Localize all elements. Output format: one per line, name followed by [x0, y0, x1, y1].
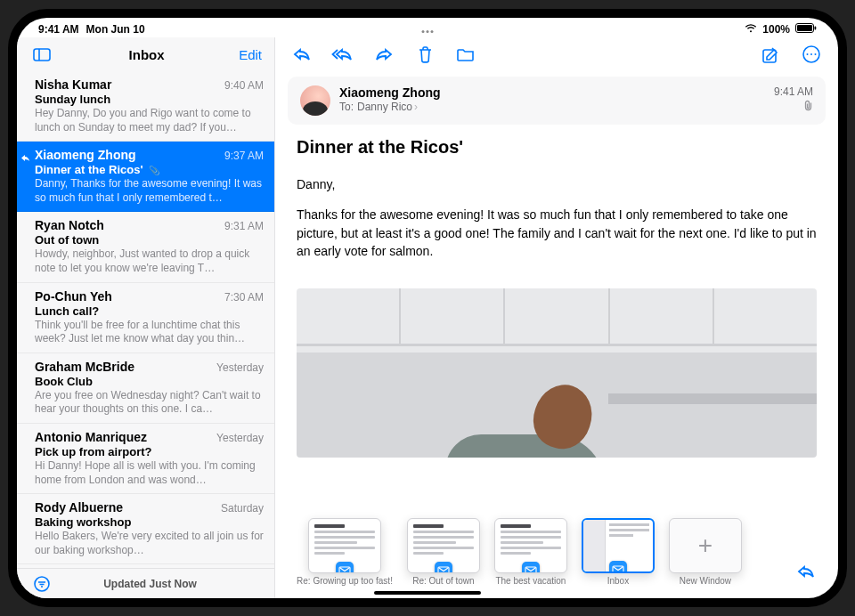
message-sender: Antonio Manriquez — [35, 430, 147, 444]
message-subject: Sunday lunch — [35, 93, 264, 106]
mail-app-icon — [336, 562, 354, 573]
message-subject: Book Club — [35, 375, 264, 388]
from-name[interactable]: Xiaomeng Zhong — [339, 85, 441, 100]
message-list-item[interactable]: Nisha Kumar 9:40 AM Sunday lunch Hey Dan… — [17, 71, 274, 142]
message-body: Dinner at the Ricos' Danny, Thanks for t… — [275, 125, 838, 285]
toggle-sidebar-button[interactable] — [29, 42, 54, 67]
delete-button[interactable] — [412, 42, 437, 67]
forward-button[interactable] — [371, 42, 396, 67]
message-subject: Pick up from airport? — [35, 445, 264, 458]
svg-point-11 — [807, 53, 809, 55]
message-time: 9:40 AM — [224, 79, 264, 92]
reply-button[interactable] — [289, 42, 314, 67]
message-time: Yesterday — [216, 432, 264, 444]
message-text: Thanks for the awesome evening! It was s… — [297, 206, 817, 260]
message-preview: Danny, Thanks for the awesome evening! I… — [35, 177, 264, 205]
message-list-item[interactable]: Ryan Notch 9:31 AM Out of town Howdy, ne… — [17, 212, 274, 282]
svg-rect-1 — [797, 25, 812, 31]
message-preview: Hi Danny! Hope all is well with you. I'm… — [35, 459, 264, 487]
mail-toolbar — [275, 37, 838, 71]
message-greeting: Danny, — [297, 175, 817, 193]
window-label: Re: Out of town — [412, 576, 474, 586]
message-header: Xiaomeng Zhong To: Danny Rico › 9:41 AM — [288, 77, 826, 125]
window-thumbnail[interactable]: The best vacation — [494, 518, 567, 586]
quick-reply-button[interactable] — [794, 559, 818, 584]
chevron-right-icon: › — [414, 101, 418, 113]
message-list-item[interactable]: Xiaomeng Zhong 9:37 AM Dinner at the Ric… — [17, 142, 274, 212]
multitasking-dots-icon[interactable] — [422, 30, 434, 33]
reply-all-button[interactable] — [330, 42, 355, 67]
message-sender: Nisha Kumar — [35, 77, 111, 92]
message-time: 9:41 AM — [774, 85, 813, 98]
window-thumbnail[interactable]: Re: Growing up too fast! — [297, 518, 393, 586]
replied-icon — [20, 150, 30, 166]
message-subject: Dinner at the Ricos' 📎 — [35, 163, 264, 176]
new-window-label: New Window — [680, 576, 731, 586]
move-button[interactable] — [453, 42, 478, 67]
message-sender: Xiaomeng Zhong — [35, 148, 136, 162]
message-subject: Out of town — [35, 233, 264, 247]
plus-icon: + — [698, 531, 712, 560]
more-button[interactable] — [799, 42, 824, 67]
wifi-icon — [745, 23, 757, 36]
attached-photo[interactable] — [297, 288, 817, 458]
svg-rect-3 — [34, 49, 50, 61]
window-label: Inbox — [607, 576, 629, 586]
message-subject: Dinner at the Ricos' — [297, 137, 817, 158]
message-preview: Are you free on Wednesday night? Can't w… — [35, 389, 264, 417]
to-field[interactable]: To: Danny Rico › — [339, 101, 441, 113]
battery-icon — [795, 23, 817, 36]
mailbox-title: Inbox — [54, 47, 239, 62]
new-window-button[interactable]: +New Window — [669, 518, 742, 586]
mail-app-icon — [435, 562, 452, 573]
svg-point-13 — [815, 53, 817, 55]
window-thumbnail[interactable]: Inbox — [582, 518, 655, 586]
window-thumbnail[interactable]: Re: Out of town — [407, 518, 480, 586]
message-list-item[interactable]: Antonio Manriquez Yesterday Pick up from… — [17, 424, 274, 494]
attachment-icon: 📎 — [147, 166, 160, 175]
window-label: The best vacation — [495, 576, 566, 586]
status-bar: 9:41 AM Mon Jun 10 100% — [17, 18, 838, 37]
home-indicator[interactable] — [374, 591, 481, 595]
app-expose-shelf: Re: Growing up too fast!Re: Out of townT… — [17, 497, 838, 586]
message-preview: Howdy, neighbor, Just wanted to drop a q… — [35, 247, 264, 275]
message-preview: Hey Danny, Do you and Rigo want to come … — [35, 107, 264, 134]
mail-app-icon — [522, 562, 540, 573]
status-date: Mon Jun 10 — [86, 23, 145, 36]
battery-text: 100% — [762, 23, 790, 36]
message-preview: Think you'll be free for a lunchtime cha… — [35, 319, 264, 346]
message-sender: Ryan Notch — [35, 218, 104, 232]
svg-point-12 — [810, 53, 812, 55]
edit-button[interactable]: Edit — [239, 47, 262, 62]
message-sender: Po-Chun Yeh — [35, 289, 112, 304]
message-time: 9:37 AM — [224, 150, 264, 162]
compose-button[interactable] — [758, 42, 783, 67]
sender-avatar[interactable] — [300, 85, 330, 116]
attachment-icon — [774, 100, 813, 114]
message-list-item[interactable]: Graham McBride Yesterday Book Club Are y… — [17, 353, 274, 424]
message-time: 7:30 AM — [224, 291, 264, 304]
message-list[interactable]: Nisha Kumar 9:40 AM Sunday lunch Hey Dan… — [17, 71, 274, 568]
message-list-item[interactable]: Po-Chun Yeh 7:30 AM Lunch call? Think yo… — [17, 283, 274, 353]
svg-rect-2 — [815, 26, 817, 29]
message-time: 9:31 AM — [224, 220, 264, 232]
status-time: 9:41 AM — [38, 23, 79, 36]
message-sender: Graham McBride — [35, 360, 134, 374]
window-label: Re: Growing up too fast! — [297, 576, 393, 586]
mail-app-icon — [609, 561, 627, 573]
message-subject: Lunch call? — [35, 304, 264, 318]
message-time: Yesterday — [216, 361, 264, 374]
